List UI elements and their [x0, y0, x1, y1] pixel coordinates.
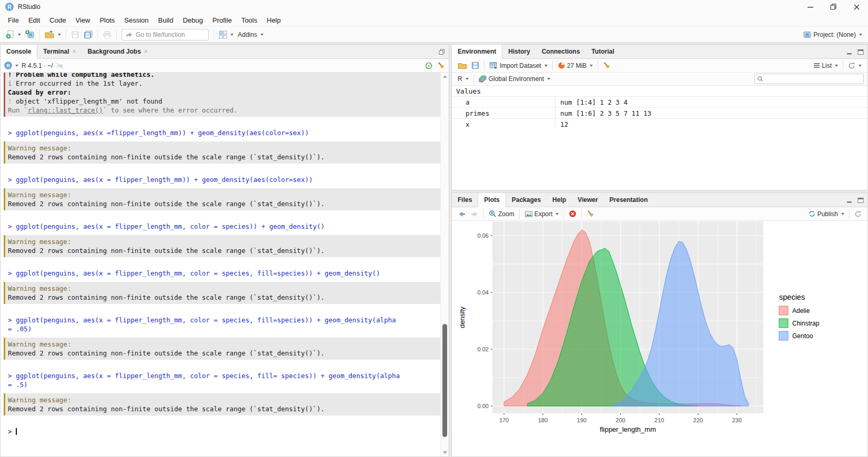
- menu-profile[interactable]: Profile: [208, 16, 237, 24]
- plots-tab-plots[interactable]: Plots: [478, 193, 506, 207]
- menu-plots[interactable]: Plots: [95, 16, 119, 24]
- zoom-magnifier-icon: [489, 210, 497, 218]
- environment-value-row[interactable]: x12: [452, 118, 867, 129]
- plots-tab-help[interactable]: Help: [547, 193, 572, 207]
- object-value: num [1:6] 2 3 5 7 11 13: [555, 109, 867, 117]
- environment-value-row[interactable]: anum [1:4] 1 2 3 4: [452, 96, 867, 107]
- publish-button[interactable]: Publish: [806, 209, 846, 219]
- session-suspend-icon[interactable]: [425, 62, 432, 69]
- tab-label: Plots: [484, 196, 499, 204]
- pane-layout-button[interactable]: [217, 29, 236, 40]
- maximize-pane-icon[interactable]: [857, 49, 864, 55]
- menu-file[interactable]: File: [3, 16, 24, 24]
- legend-label-gentoo: Gentoo: [792, 332, 813, 340]
- console-output[interactable]: ! Problem while computing aesthetics.i E…: [1, 73, 441, 456]
- chevron-down-icon[interactable]: [15, 65, 18, 67]
- next-plot-button[interactable]: [468, 209, 481, 219]
- tab-label: Presentation: [610, 196, 648, 204]
- import-dataset-button[interactable]: Import Dataset: [487, 60, 550, 70]
- close-window-button[interactable]: [845, 0, 868, 14]
- open-file-button[interactable]: [43, 29, 63, 40]
- console-tab-background-jobs[interactable]: Background Jobs×: [82, 45, 153, 58]
- refresh-plot-button[interactable]: [852, 209, 864, 219]
- close-tab-icon[interactable]: ×: [144, 48, 148, 55]
- environment-tab-environment[interactable]: Environment: [452, 45, 502, 59]
- project-menu-button[interactable]: R Project: (None): [801, 29, 864, 40]
- plots-tab-files[interactable]: Files: [452, 193, 478, 207]
- minimize-pane-icon[interactable]: [846, 49, 853, 55]
- menu-tools[interactable]: Tools: [237, 16, 262, 24]
- legend-title: species: [779, 293, 805, 301]
- plots-tab-viewer[interactable]: Viewer: [572, 193, 603, 207]
- maximize-pane-icon[interactable]: [857, 197, 864, 204]
- close-icon: [854, 4, 860, 10]
- menu-session[interactable]: Session: [119, 16, 153, 24]
- print-button[interactable]: [100, 29, 114, 40]
- clear-console-broom-icon[interactable]: [437, 62, 445, 69]
- plots-tab-packages[interactable]: Packages: [506, 193, 547, 207]
- menu-debug[interactable]: Debug: [178, 16, 207, 24]
- tab-label: Files: [458, 196, 472, 204]
- refresh-icon: [848, 62, 855, 69]
- zoom-plot-button[interactable]: Zoom: [487, 209, 517, 219]
- tab-label: Viewer: [578, 196, 598, 204]
- scroll-up-icon[interactable]: [443, 75, 447, 78]
- save-button[interactable]: [69, 29, 82, 40]
- menu-code[interactable]: Code: [45, 16, 70, 24]
- environment-stack-icon: [479, 75, 487, 83]
- titlebar: R RStudio: [0, 0, 868, 14]
- menu-edit[interactable]: Edit: [24, 16, 45, 24]
- console-tab-console[interactable]: Console: [1, 45, 37, 59]
- load-workspace-button[interactable]: [456, 60, 469, 70]
- broom-icon: [587, 210, 594, 218]
- memory-usage-button[interactable]: 27 MiB: [556, 60, 595, 70]
- menubar: FileEditCodeViewPlotsSessionBuildDebugPr…: [0, 14, 868, 27]
- minimize-window-button[interactable]: [799, 0, 822, 14]
- export-plot-button[interactable]: Export: [522, 209, 561, 219]
- menu-build[interactable]: Build: [154, 16, 178, 24]
- console-scrollbar[interactable]: [440, 73, 449, 456]
- scrollbar-thumb[interactable]: [442, 324, 447, 437]
- refresh-environment-button[interactable]: [846, 61, 864, 70]
- new-file-button[interactable]: [4, 29, 23, 40]
- environment-tab-connections[interactable]: Connections: [536, 45, 586, 58]
- back-arrow-icon: [458, 210, 466, 218]
- new-project-button[interactable]: R: [23, 29, 37, 40]
- r-version-label: R 4.5.1 · ~/: [22, 62, 53, 69]
- environment-selector-button[interactable]: Global Environment: [477, 74, 552, 84]
- language-selector-button[interactable]: R: [456, 74, 471, 84]
- menu-help[interactable]: Help: [262, 16, 286, 24]
- environment-search-input[interactable]: [765, 75, 852, 83]
- goto-arrow-icon: [125, 32, 132, 38]
- list-icon: [813, 63, 820, 68]
- chevron-down-icon: [466, 78, 469, 80]
- goto-directory-icon[interactable]: [56, 63, 63, 69]
- console-tab-terminal[interactable]: Terminal×: [37, 45, 82, 58]
- save-workspace-button[interactable]: [469, 60, 481, 70]
- save-all-button[interactable]: [82, 29, 95, 40]
- environment-tab-history[interactable]: History: [502, 45, 536, 58]
- environment-value-row[interactable]: primesnum [1:6] 2 3 5 7 11 13: [452, 107, 867, 118]
- close-tab-icon[interactable]: ×: [72, 48, 76, 55]
- minimize-pane-icon[interactable]: [846, 197, 853, 204]
- environment-toolbar: Import Dataset 27 MiB List: [452, 59, 867, 73]
- previous-plot-button[interactable]: [456, 209, 468, 219]
- addins-button[interactable]: Addins: [236, 30, 266, 39]
- maximize-pane-icon[interactable]: [439, 49, 445, 55]
- clear-environment-button[interactable]: [601, 60, 613, 70]
- refresh-icon: [854, 210, 862, 218]
- remove-plot-button[interactable]: [567, 209, 579, 219]
- list-view-button[interactable]: List: [811, 61, 840, 70]
- console-prompt: >: [8, 427, 441, 436]
- tab-label: Environment: [458, 48, 496, 55]
- plots-tab-presentation[interactable]: Presentation: [604, 193, 654, 207]
- goto-file-input[interactable]: [135, 31, 198, 39]
- clear-all-plots-button[interactable]: [584, 209, 597, 219]
- object-value: num [1:4] 1 2 3 4: [555, 98, 867, 106]
- environment-tab-tutorial[interactable]: Tutorial: [586, 45, 620, 58]
- menu-view[interactable]: View: [70, 16, 95, 24]
- restore-window-button[interactable]: [822, 0, 845, 14]
- plots-tabbar: FilesPlotsPackagesHelpViewerPresentation: [452, 193, 867, 207]
- scroll-down-icon[interactable]: [443, 451, 447, 454]
- y-axis-title: density: [458, 306, 466, 328]
